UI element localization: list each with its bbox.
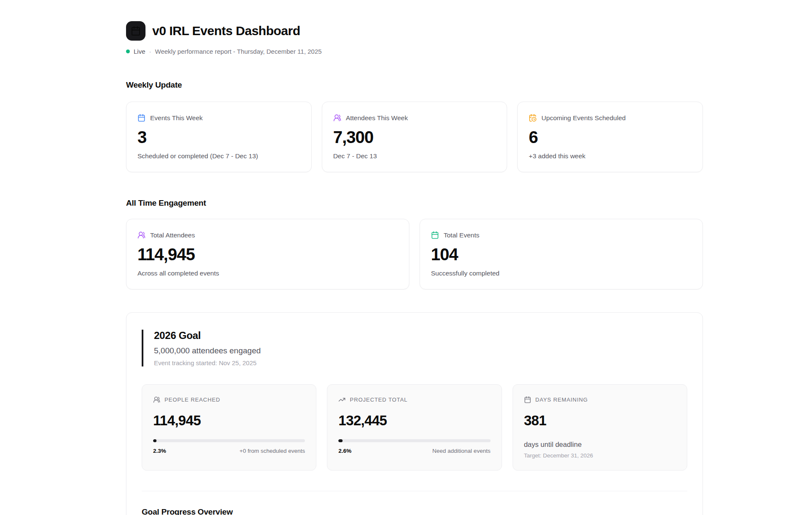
- card-subtext: +3 added this week: [529, 152, 691, 160]
- progress-bar-fill: [338, 439, 342, 442]
- users-icon: [153, 396, 160, 403]
- progress-note: +0 from scheduled events: [239, 448, 305, 454]
- all-time-cards: Total Attendees 114,945 Across all compl…: [126, 219, 703, 289]
- deadline-target: Target: December 31, 2026: [524, 452, 676, 459]
- trending-up-icon: [338, 396, 346, 403]
- calendar-clock-icon: [529, 114, 537, 122]
- events-this-week-card: Events This Week 3 Scheduled or complete…: [126, 102, 312, 172]
- card-label: Total Events: [444, 231, 479, 239]
- live-indicator-dot: [126, 50, 130, 53]
- card-value: 3: [137, 128, 300, 147]
- card-subtext: Across all completed events: [137, 270, 398, 277]
- stat-label: PEOPLE REACHED: [165, 397, 220, 403]
- dashboard-page: v0 IRL Events Dashboard Live · Weekly pe…: [126, 0, 703, 515]
- progress-bar-fill: [153, 439, 156, 442]
- goal-2026-card: 2026 Goal 5,000,000 attendees engaged Ev…: [126, 312, 703, 515]
- divider: [142, 491, 687, 491]
- live-label: Live: [134, 48, 145, 55]
- people-reached-stat: PEOPLE REACHED 114,945 2.3% +0 from sche…: [142, 384, 316, 471]
- app-logo: [126, 21, 145, 41]
- card-subtext: Dec 7 - Dec 13: [333, 152, 496, 160]
- goal-header: 2026 Goal 5,000,000 attendees engaged Ev…: [142, 330, 687, 366]
- days-remaining-stat: DAYS REMAINING 381 days until deadline T…: [513, 384, 687, 471]
- status-bar: Live · Weekly performance report - Thurs…: [126, 48, 703, 55]
- attendees-this-week-card: Attendees This Week 7,300 Dec 7 - Dec 13: [322, 102, 508, 172]
- progress-bar: [153, 439, 305, 442]
- upcoming-events-card: Upcoming Events Scheduled 6 +3 added thi…: [517, 102, 703, 172]
- progress-bar: [338, 439, 490, 442]
- card-label: Attendees This Week: [346, 114, 408, 122]
- total-attendees-card: Total Attendees 114,945 Across all compl…: [126, 219, 409, 289]
- separator-dot: ·: [149, 48, 151, 55]
- weekly-update-heading: Weekly Update: [126, 80, 703, 90]
- calendar-icon: [431, 231, 439, 239]
- goal-subtitle: 5,000,000 attendees engaged: [154, 346, 687, 355]
- report-subtitle: Weekly performance report - Thursday, De…: [155, 48, 322, 55]
- progress-percent: 2.3%: [153, 448, 166, 454]
- goal-tracking-note: Event tracking started: Nov 25, 2025: [154, 359, 687, 366]
- card-label: Total Attendees: [150, 231, 195, 239]
- total-events-card: Total Events 104 Successfully completed: [420, 219, 703, 289]
- calendar-icon: [524, 396, 531, 403]
- projected-total-stat: PROJECTED TOTAL 132,445 2.6% Need additi…: [327, 384, 502, 471]
- all-time-engagement-heading: All Time Engagement: [126, 198, 703, 208]
- stat-value: 114,945: [153, 413, 305, 429]
- stat-value: 381: [524, 413, 676, 429]
- card-value: 104: [431, 245, 691, 264]
- card-value: 114,945: [137, 245, 398, 264]
- stat-value: 132,445: [338, 413, 490, 429]
- users-icon: [333, 114, 341, 122]
- card-subtext: Scheduled or completed (Dec 7 - Dec 13): [137, 152, 300, 160]
- card-label: Upcoming Events Scheduled: [541, 114, 625, 122]
- page-title: v0 IRL Events Dashboard: [152, 24, 300, 38]
- goal-progress-overview-heading: Goal Progress Overview: [142, 507, 687, 515]
- users-icon: [137, 231, 145, 239]
- weekly-update-cards: Events This Week 3 Scheduled or complete…: [126, 102, 703, 172]
- stat-label: PROJECTED TOTAL: [350, 397, 407, 403]
- progress-note: Need additional events: [432, 448, 490, 454]
- deadline-note: days until deadline: [524, 441, 676, 449]
- card-value: 6: [529, 128, 691, 147]
- page-header: v0 IRL Events Dashboard: [126, 21, 703, 41]
- goal-stats-row: PEOPLE REACHED 114,945 2.3% +0 from sche…: [142, 384, 687, 471]
- calendar-icon: [137, 114, 145, 122]
- progress-percent: 2.6%: [338, 448, 351, 454]
- stat-label: DAYS REMAINING: [535, 397, 588, 403]
- goal-title: 2026 Goal: [154, 330, 687, 341]
- card-value: 7,300: [333, 128, 496, 147]
- card-subtext: Successfully completed: [431, 270, 691, 277]
- card-label: Events This Week: [150, 114, 203, 122]
- calendar-icon: [131, 26, 141, 36]
